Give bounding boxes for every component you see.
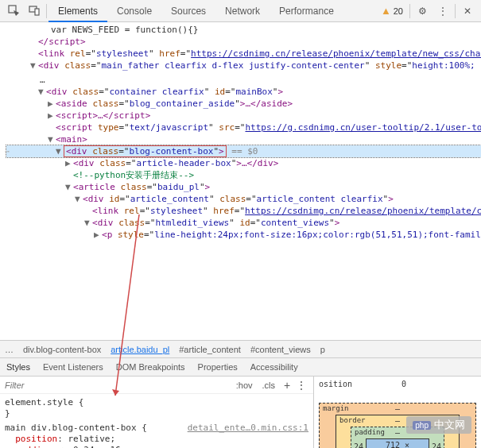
tab-performance[interactable]: Performance: [270, 0, 343, 22]
tab-event-listeners[interactable]: Event Listeners: [43, 357, 103, 377]
more-icon[interactable]: ⋮: [294, 379, 308, 392]
dom-tag[interactable]: <p: [102, 230, 112, 240]
tab-styles[interactable]: Styles: [6, 357, 30, 377]
svg-rect-2: [35, 9, 39, 15]
expand-arrow[interactable]: ▼: [38, 86, 46, 98]
code-text: var NEWS_FEED = function(){}: [51, 25, 198, 35]
expand-arrow[interactable]: ▼: [48, 133, 56, 145]
bottom-panel: :hov .cls + ⋮ element.style { } detail_e…: [0, 377, 481, 448]
close-icon[interactable]: ✕: [457, 2, 478, 21]
tab-elements[interactable]: Elements: [48, 0, 107, 22]
crumb-more[interactable]: …: [5, 345, 14, 354]
separator: [409, 4, 410, 18]
breadcrumb: … div.blog-content-box article.baidu_pl …: [0, 340, 481, 357]
tab-accessibility[interactable]: Accessibility: [250, 357, 298, 377]
expand-arrow[interactable]: ▶: [48, 98, 56, 110]
warnings-badge[interactable]: ▲ 20: [381, 5, 403, 17]
crumb-item[interactable]: p: [320, 345, 325, 354]
tab-dom-breakpoints[interactable]: DOM Breakpoints: [116, 357, 185, 377]
filter-bar: :hov .cls + ⋮: [0, 377, 313, 394]
dom-tag[interactable]: <script: [56, 122, 92, 133]
separator: [455, 4, 456, 18]
dom-tag[interactable]: <div: [73, 158, 95, 168]
expand-arrow[interactable]: ▶: [65, 157, 73, 169]
dom-tree[interactable]: var NEWS_FEED = function(){} </script> <…: [0, 22, 481, 340]
crumb-item[interactable]: #article_content: [179, 345, 241, 354]
href-link[interactable]: https://g.csdnimg.cn/user-tooltip/2.1/us…: [245, 122, 481, 133]
dom-tag[interactable]: <div: [38, 60, 60, 71]
settings-icon[interactable]: ⚙: [412, 2, 433, 21]
new-rule-icon[interactable]: +: [280, 379, 294, 392]
separator: [46, 4, 47, 18]
dom-tag[interactable]: <aside: [56, 98, 87, 109]
dom-tag[interactable]: <div: [92, 218, 114, 228]
dom-tag[interactable]: </script>: [38, 37, 86, 47]
box-model[interactable]: osition0 margin – border – padding – 24 …: [314, 377, 481, 448]
warning-icon: ▲: [381, 5, 391, 17]
expand-arrow[interactable]: ▼: [75, 193, 83, 205]
tab-console[interactable]: Console: [107, 0, 161, 22]
expand-arrow[interactable]: ▶: [94, 229, 102, 241]
href-link[interactable]: https://csdnimg.cn/release/phoenix/templ…: [191, 48, 481, 59]
more-icon[interactable]: ⋮: [433, 2, 453, 21]
selected-dom-node[interactable]: ⋯ ▼<div class="blog-content-box"> == $0: [6, 145, 481, 157]
dom-tag[interactable]: <article: [73, 182, 115, 192]
margin-label: margin: [323, 404, 349, 412]
dom-tag[interactable]: <main>: [56, 134, 87, 145]
expand-arrow[interactable]: ▶: [48, 110, 56, 122]
href-link[interactable]: https://csdnimg.cn/release/phoenix/templ…: [245, 206, 481, 216]
dom-comment: <!--python安装手册结束-->: [73, 170, 194, 180]
tab-network[interactable]: Network: [215, 0, 270, 22]
dom-tag[interactable]: <script>…</script>: [56, 110, 150, 121]
padding-label: padding: [355, 428, 385, 436]
content-size: 712 × 5714.980: [366, 438, 429, 448]
dom-tag[interactable]: <link: [92, 206, 118, 216]
expand-arrow[interactable]: ▼: [84, 217, 92, 229]
inspect-icon[interactable]: [3, 2, 24, 21]
border-label: border: [339, 416, 366, 424]
source-link[interactable]: detail_ente…0.min.css:1: [188, 423, 308, 434]
crumb-item[interactable]: article.baidu_pl: [111, 345, 169, 354]
styles-panel: :hov .cls + ⋮ element.style { } detail_e…: [0, 377, 314, 448]
tab-sources[interactable]: Sources: [161, 0, 215, 22]
filter-input[interactable]: [5, 380, 231, 390]
watermark: php中文网: [406, 416, 471, 434]
tab-properties[interactable]: Properties: [198, 357, 238, 377]
dom-tag[interactable]: <div: [83, 194, 104, 204]
css-rules[interactable]: element.style { } detail_ente…0.min.css:…: [0, 394, 313, 448]
dom-tag[interactable]: <div: [46, 87, 68, 97]
expand-arrow[interactable]: ▼: [65, 181, 73, 193]
crumb-item[interactable]: #content_views: [250, 345, 311, 354]
crumb-item[interactable]: div.blog-content-box: [23, 345, 101, 354]
cls-toggle[interactable]: .cls: [262, 380, 276, 390]
device-mode-icon[interactable]: [24, 2, 45, 21]
hov-toggle[interactable]: :hov: [236, 380, 253, 390]
expand-arrow[interactable]: ▼: [30, 60, 38, 71]
styles-tabs: Styles Event Listeners DOM Breakpoints P…: [0, 357, 481, 377]
devtools-toolbar: Elements Console Sources Network Perform…: [0, 0, 481, 22]
dom-tag[interactable]: <link: [38, 48, 64, 59]
warning-count: 20: [394, 6, 403, 16]
